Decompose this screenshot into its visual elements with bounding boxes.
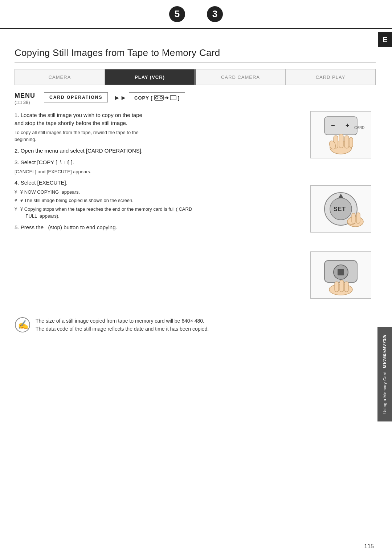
svg-rect-10: [339, 134, 343, 148]
step-1-sub: To copy all still images from the tape, …: [15, 129, 303, 143]
step-5-main: 5. Press the (stop) button to end copyin…: [15, 223, 303, 232]
menu-section: MENU (□□ 38) CARD OPERATIONS ►► COPY [ ➔: [15, 92, 376, 105]
svg-rect-25: [335, 282, 339, 292]
illus-set-dial: SET: [310, 185, 371, 233]
step-2-main: 2. Open the menu and select [CARD OPERAT…: [15, 147, 303, 155]
copy-label: COPY [: [134, 95, 153, 101]
mode-camera[interactable]: CAMERA: [15, 69, 105, 85]
svg-text:CARD: CARD: [354, 126, 364, 130]
mode-play-vcr[interactable]: PLAY (VCR): [105, 69, 195, 85]
svg-text:−: −: [331, 122, 335, 129]
svg-rect-0: [155, 95, 163, 100]
svg-rect-4: [324, 117, 357, 135]
right-sidebar: MV750i/MV730i Using a Memory Card: [377, 327, 392, 421]
card-ops-label: CARD OPERATIONS: [49, 95, 102, 100]
sidebar-model: MV750i/MV730i: [382, 335, 387, 368]
tape-icon-inline: ➔: [154, 95, 176, 101]
page-number: 115: [364, 543, 374, 550]
svg-text:SET: SET: [334, 206, 346, 212]
step-4: 4. Select [EXECUTE]. ¥ NOW COPYING appea…: [15, 179, 303, 220]
note-line-2: The data code of the still image reflect…: [36, 326, 209, 332]
step-4-bullet-1: ¥ NOW COPYING appears.: [15, 189, 303, 196]
illus-hand-buttons: − + CARD: [310, 111, 371, 158]
e-tab: E: [378, 32, 392, 47]
copy-box: COPY [ ➔ ]: [129, 92, 185, 103]
arrow-right-icon: ►►: [114, 94, 127, 102]
steps-area: 1. Locate the still image you wish to co…: [15, 111, 376, 299]
svg-rect-11: [344, 136, 349, 148]
note-icon: ✍: [15, 317, 30, 333]
menu-sub: (□□ 38): [15, 100, 30, 105]
step-2: 2. Open the menu and select [CARD OPERAT…: [15, 147, 303, 155]
svg-rect-3: [170, 96, 176, 100]
menu-box-card-ops: CARD OPERATIONS: [44, 92, 108, 102]
step-4-bullet-3: ¥ Copying stops when the tape reaches th…: [15, 206, 303, 220]
svg-rect-27: [344, 282, 348, 292]
step-1-main: 1. Locate the still image you wish to co…: [15, 111, 303, 128]
svg-text:✍: ✍: [18, 319, 29, 330]
mode-card-camera[interactable]: CARD CAMERA: [196, 69, 286, 85]
step-circle-3: 3: [207, 6, 223, 22]
svg-rect-12: [349, 137, 353, 148]
step-3: 3. Select [COPY [ \ □] ]. [CANCEL] and […: [15, 158, 303, 175]
svg-rect-20: [356, 213, 360, 223]
mode-bar: CAMERA PLAY (VCR) CARD CAMERA CARD PLAY: [15, 69, 376, 85]
svg-rect-19: [352, 213, 355, 223]
illus-stop-button: [310, 251, 371, 299]
menu-label: MENU: [15, 92, 35, 100]
step-5: 5. Press the (stop) button to end copyin…: [15, 223, 303, 232]
step-4-bullet-2: ¥ The still image being copied is shown …: [15, 197, 303, 204]
step-1: 1. Locate the still image you wish to co…: [15, 111, 303, 143]
steps-text: 1. Locate the still image you wish to co…: [15, 111, 303, 299]
note-section: ✍ The size of a still image copied from …: [15, 317, 376, 333]
svg-rect-26: [340, 280, 344, 292]
note-text: The size of a still image copied from ta…: [36, 317, 209, 333]
spacer-step2: [310, 163, 376, 181]
top-bar: 5 3: [0, 0, 392, 29]
page-title: Copying Still Images from Tape to Memory…: [15, 47, 376, 62]
svg-text:+: +: [346, 122, 350, 129]
step-3-main: 3. Select [COPY [ \ □] ].: [15, 158, 303, 167]
step-3-sub: [CANCEL] and [EXECUTE] appears.: [15, 168, 303, 175]
step-4-main: 4. Select [EXECUTE].: [15, 179, 303, 187]
steps-images: − + CARD: [310, 111, 376, 299]
copy-suffix: ]: [178, 95, 180, 101]
mode-card-play[interactable]: CARD PLAY: [286, 69, 375, 85]
svg-rect-23: [338, 269, 344, 275]
svg-point-1: [155, 97, 158, 99]
step-circle-5: 5: [169, 6, 185, 22]
svg-point-2: [160, 97, 162, 99]
note-line-1: The size of a still image copied from ta…: [36, 318, 204, 324]
sidebar-label: Using a Memory Card: [383, 371, 387, 413]
main-content: Copying Still Images from Tape to Memory…: [15, 29, 376, 557]
